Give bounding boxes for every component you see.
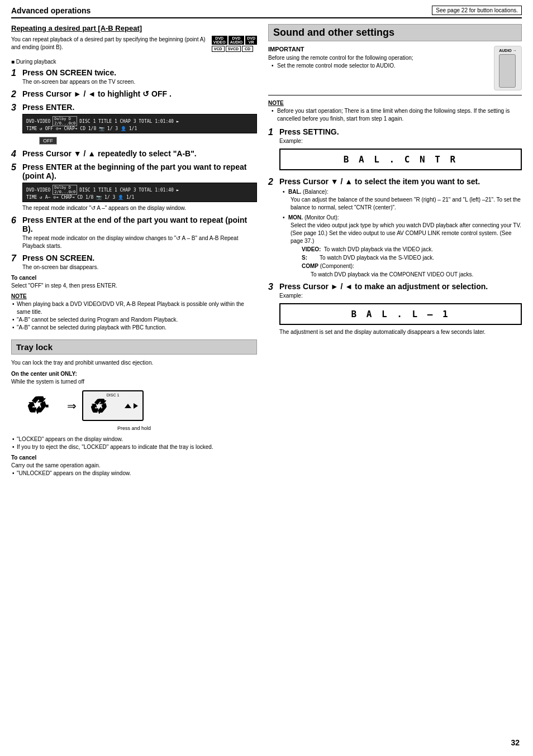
step-1: 1 Press ON SCREEN twice. The on-screen b… bbox=[11, 68, 257, 86]
step-7-number: 7 bbox=[11, 253, 19, 264]
cd-badge: CD bbox=[242, 46, 253, 52]
step-5-number: 5 bbox=[11, 162, 19, 173]
right-step-2-number: 2 bbox=[268, 177, 276, 187]
step-4-number: 4 bbox=[11, 149, 19, 159]
step-6-heading: Press ENTER at the end of the part you w… bbox=[22, 216, 257, 233]
locked-note-1: "LOCKED" appears on the display window. bbox=[11, 436, 257, 443]
video-item: VIDEO: To watch DVD playback via the VID… bbox=[279, 245, 522, 253]
screen-display-1: DVD-VIDEO Dolby D2/0...0c0 DISC 1 TITLE … bbox=[22, 114, 257, 133]
step-7-sub: The on-screen bar disappears. bbox=[22, 264, 257, 271]
center-unit-label: On the center unit ONLY: bbox=[11, 371, 77, 377]
sound-note-title: NOTE bbox=[268, 100, 522, 106]
important-block: AUDIO → IMPORTANT Before using the remot… bbox=[268, 46, 522, 90]
right-step-1-number: 1 bbox=[268, 127, 276, 137]
right-step-3-example-label: Example: bbox=[279, 292, 522, 300]
step-7-heading: Press ON SCREEN. bbox=[22, 253, 257, 262]
step-6-sub: The repeat mode indicator on the display… bbox=[22, 235, 257, 250]
right-step-1-heading: Press SETTING. bbox=[279, 127, 522, 136]
mon-text: Select the video output jack type by whi… bbox=[279, 222, 522, 245]
step-4: 4 Press Cursor ▼ / ▲ repeatedly to selec… bbox=[11, 149, 257, 159]
step-6: 6 Press ENTER at the end of the part you… bbox=[11, 216, 257, 250]
important-bullet: Set the remote control mode selector to … bbox=[268, 62, 522, 70]
svcd-badge: SVCD bbox=[226, 46, 241, 52]
mon-label: MON. (Monitor Out): bbox=[279, 214, 339, 221]
play-button-icon bbox=[134, 403, 138, 409]
step-3-number: 3 bbox=[11, 103, 19, 113]
repeat-section: Repeating a desired part [A-B Repeat] DV… bbox=[11, 24, 257, 332]
step-6-number: 6 bbox=[11, 216, 19, 226]
page-header-note: See page 22 for button locations. bbox=[432, 6, 522, 15]
sound-settings-section: Sound and other settings AUDIO → IMPORTA… bbox=[268, 24, 522, 336]
to-cancel-section: To cancel Select "OFF" in step 4, then p… bbox=[11, 275, 257, 290]
screen-display-2: DVD-VIDEO Dolby D2/0...0c0 DISC 1 TITLE … bbox=[22, 183, 257, 202]
cancel-note-1: Carry out the same operation again. bbox=[11, 462, 257, 470]
sound-settings-title: Sound and other settings bbox=[268, 24, 522, 41]
bal-text: You can adjust the balance of the sound … bbox=[279, 196, 522, 212]
right-step-3-footer: The adjustment is set and the display au… bbox=[279, 328, 522, 336]
sound-note-text: Before you start operation; There is a t… bbox=[268, 107, 522, 123]
page-number: 32 bbox=[511, 738, 520, 747]
dvd-vr-badge: DVDVR bbox=[245, 36, 257, 45]
page-header: Advanced operations See page 22 for butt… bbox=[11, 6, 522, 18]
right-step-3-heading: Press Cursor ► / ◄ to make an adjustment… bbox=[279, 282, 522, 291]
bal-l-example: B A L . L – 1 bbox=[279, 303, 522, 325]
comp-item: COMP (Component): bbox=[279, 262, 522, 270]
device-with-disc: DISC 1 ♻ bbox=[82, 390, 144, 421]
tray-lock-title: Tray lock bbox=[11, 339, 257, 355]
eject-button-icon bbox=[125, 404, 131, 408]
right-step-2: 2 Press Cursor ▼ / ▲ to select the item … bbox=[268, 177, 522, 279]
right-step-1-example-label: Example: bbox=[279, 137, 522, 145]
to-cancel-label: To cancel bbox=[11, 275, 257, 281]
tray-to-cancel-label: To cancel bbox=[11, 454, 257, 461]
step-1-number: 1 bbox=[11, 68, 19, 78]
right-step-3-number: 3 bbox=[268, 282, 276, 292]
step-2-heading: Press Cursor ► / ◄ to highlight ↺ OFF . bbox=[22, 89, 257, 98]
dvd-audio-badge: DVDAUDIO bbox=[229, 36, 245, 45]
step-2-number: 2 bbox=[11, 89, 19, 99]
divider bbox=[268, 95, 522, 95]
to-cancel-text: Select "OFF" in step 4, then press ENTER… bbox=[11, 282, 257, 290]
bal-label: BAL. (Balance): bbox=[279, 189, 329, 195]
bal-item: BAL. (Balance): You can adjust the balan… bbox=[279, 188, 522, 212]
play-buttons bbox=[125, 403, 138, 409]
step-5: 5 Press ENTER at the beginning of the pa… bbox=[11, 162, 257, 212]
s-item: S: To watch DVD playback via the S-VIDEO… bbox=[279, 253, 522, 262]
step-4-heading: Press Cursor ▼ / ▲ repeatedly to select … bbox=[22, 149, 257, 158]
disc-label: DISC 1 bbox=[107, 393, 120, 397]
note-3: "A-B" cannot be selected during playback… bbox=[11, 324, 257, 332]
bal-cntr-example: B A L . C N T R bbox=[279, 149, 522, 170]
important-text: Before using the remote control for the … bbox=[268, 54, 522, 62]
tray-lock-section: Tray lock You can lock the tray and proh… bbox=[11, 339, 257, 477]
step-7: 7 Press ON SCREEN. The on-screen bar dis… bbox=[11, 253, 257, 271]
cancel-note-2: "UNLOCKED" appears on the display window… bbox=[11, 470, 257, 477]
right-column: Sound and other settings AUDIO → IMPORTA… bbox=[268, 24, 522, 477]
right-step-3: 3 Press Cursor ► / ◄ to make an adjustme… bbox=[268, 282, 522, 336]
step-3: 3 Press ENTER. DVD-VIDEO Dolby D2/0...0c… bbox=[11, 103, 257, 146]
off-indicator: OFF bbox=[39, 137, 57, 145]
tray-lock-intro: You can lock the tray and prohibit unwan… bbox=[11, 359, 257, 367]
step-5-heading: Press ENTER at the beginning of the part… bbox=[22, 162, 257, 180]
step-5-sub: The repeat mode indicator "↺ A –" appear… bbox=[22, 204, 257, 212]
comp-text: To watch DVD playback via the COMPONENT … bbox=[279, 270, 522, 279]
locked-note-2: If you try to eject the disc, "LOCKED" a… bbox=[11, 443, 257, 451]
key-icon-after: ♻ bbox=[88, 395, 106, 419]
repeat-note-title: NOTE bbox=[11, 293, 257, 299]
left-column: Repeating a desired part [A-B Repeat] DV… bbox=[11, 24, 257, 477]
important-title: IMPORTANT bbox=[268, 46, 522, 52]
sound-note-section: NOTE Before you start operation; There i… bbox=[268, 100, 522, 123]
press-hold-label: Press and hold bbox=[11, 425, 257, 431]
mon-item: MON. (Monitor Out): Select the video out… bbox=[279, 214, 522, 245]
step-1-sub: The on-screen bar appears on the TV scre… bbox=[22, 78, 257, 86]
step-2: 2 Press Cursor ► / ◄ to highlight ↺ OFF … bbox=[11, 89, 257, 99]
key-icon-before: ♻ bbox=[24, 392, 45, 419]
page-header-title: Advanced operations bbox=[11, 6, 91, 15]
dvd-video-badge: DVDVIDEO bbox=[212, 36, 227, 45]
during-playback: ■ During playback bbox=[11, 58, 257, 66]
step-1-heading: Press ON SCREEN twice. bbox=[22, 68, 257, 77]
right-step-2-heading: Press Cursor ▼ / ▲ to select the item yo… bbox=[279, 177, 522, 186]
arrow-icon: ⇒ bbox=[67, 399, 77, 413]
note-1: When playing back a DVD VIDEO/DVD VR, A-… bbox=[11, 300, 257, 316]
system-off-label: While the system is turned off bbox=[11, 379, 84, 385]
step-3-heading: Press ENTER. bbox=[22, 103, 257, 112]
repeat-note-section: NOTE When playing back a DVD VIDEO/DVD V… bbox=[11, 293, 257, 332]
